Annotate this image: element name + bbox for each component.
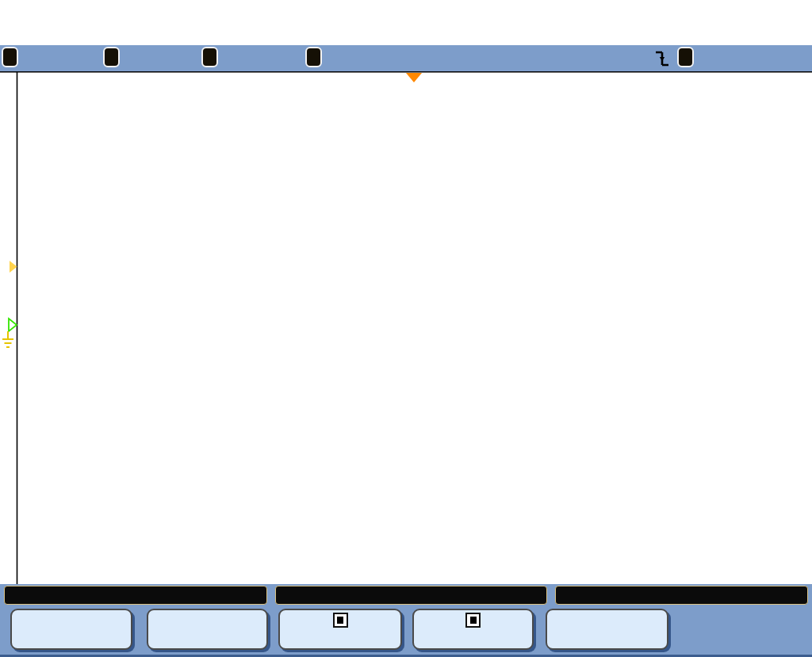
channel-3-badge [201,47,218,67]
waveform-display [0,71,812,586]
channel-2-badge [103,47,120,67]
softkey-holdoff[interactable] [546,609,668,650]
channel-1-badge [2,47,18,67]
timebase-readout [512,48,514,67]
agilent-starburst-icon [6,2,51,44]
trigger-edge-icon [653,48,671,69]
ground-symbol-icon [2,331,13,347]
channel-4-badge [305,47,322,67]
softkey-coupling[interactable] [147,609,268,650]
trigger-source-badge [677,47,694,67]
delta-x-readout [4,586,267,605]
softkey-hf-reject[interactable] [412,609,534,650]
oscilloscope-screen [0,0,812,657]
trigger-time-marker[interactable] [406,73,422,82]
inverse-delta-x-readout [275,586,547,605]
status-bar [0,45,812,71]
channel-3-scale [224,48,226,67]
header-bar [0,0,812,45]
softkey-mode[interactable] [10,609,132,650]
checkbox-checked-icon [465,613,481,628]
bottom-bar [0,584,812,657]
checkbox-checked-icon [333,613,348,628]
delta-y-readout [555,586,808,605]
channel-3-ground-marker[interactable] [2,319,17,347]
softkey-noise-rej[interactable] [278,609,402,650]
starburst-small-icon [400,46,422,70]
trigger-level-marker[interactable] [10,261,17,273]
